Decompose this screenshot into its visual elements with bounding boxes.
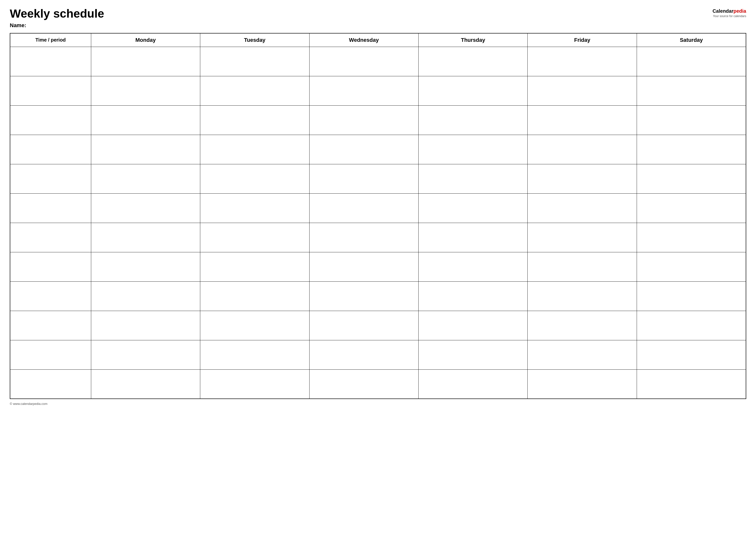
table-cell[interactable] [309, 105, 418, 135]
table-cell[interactable] [309, 281, 418, 311]
table-cell[interactable] [528, 164, 637, 193]
table-cell[interactable] [419, 164, 528, 193]
table-cell[interactable] [200, 281, 309, 311]
table-cell[interactable] [637, 281, 746, 311]
table-cell[interactable] [10, 76, 91, 105]
table-cell[interactable] [91, 105, 200, 135]
table-cell[interactable] [528, 252, 637, 281]
table-cell[interactable] [200, 252, 309, 281]
col-header-saturday: Saturday [637, 33, 746, 47]
table-cell[interactable] [309, 370, 418, 399]
table-cell[interactable] [528, 135, 637, 164]
table-cell[interactable] [419, 47, 528, 76]
table-cell[interactable] [637, 164, 746, 193]
table-cell[interactable] [528, 223, 637, 252]
table-cell[interactable] [200, 164, 309, 193]
table-cell[interactable] [309, 76, 418, 105]
table-cell[interactable] [528, 370, 637, 399]
table-cell[interactable] [309, 135, 418, 164]
table-cell[interactable] [10, 370, 91, 399]
table-cell[interactable] [10, 223, 91, 252]
table-cell[interactable] [91, 135, 200, 164]
table-cell[interactable] [419, 223, 528, 252]
table-cell[interactable] [91, 281, 200, 311]
table-cell[interactable] [419, 105, 528, 135]
table-cell[interactable] [91, 164, 200, 193]
table-cell[interactable] [200, 105, 309, 135]
table-header-row: Time / period Monday Tuesday Wednesday T… [10, 33, 746, 47]
col-header-tuesday: Tuesday [200, 33, 309, 47]
table-row [10, 193, 746, 223]
table-cell[interactable] [309, 164, 418, 193]
table-row [10, 47, 746, 76]
table-cell[interactable] [528, 340, 637, 370]
table-cell[interactable] [637, 105, 746, 135]
table-cell[interactable] [10, 135, 91, 164]
table-cell[interactable] [10, 252, 91, 281]
col-header-wednesday: Wednesday [309, 33, 418, 47]
table-cell[interactable] [637, 340, 746, 370]
table-cell[interactable] [419, 76, 528, 105]
table-cell[interactable] [91, 47, 200, 76]
table-cell[interactable] [200, 76, 309, 105]
table-cell[interactable] [10, 47, 91, 76]
logo-calendar: Calendar [712, 8, 734, 14]
table-cell[interactable] [528, 193, 637, 223]
table-cell[interactable] [309, 193, 418, 223]
table-cell[interactable] [91, 76, 200, 105]
logo: Calendarpedia [712, 8, 746, 14]
table-cell[interactable] [200, 370, 309, 399]
table-row [10, 370, 746, 399]
table-cell[interactable] [10, 164, 91, 193]
table-cell[interactable] [637, 135, 746, 164]
table-cell[interactable] [637, 47, 746, 76]
table-row [10, 76, 746, 105]
table-row [10, 252, 746, 281]
table-cell[interactable] [309, 223, 418, 252]
table-cell[interactable] [419, 135, 528, 164]
table-cell[interactable] [637, 252, 746, 281]
table-cell[interactable] [10, 105, 91, 135]
table-cell[interactable] [637, 193, 746, 223]
table-cell[interactable] [309, 311, 418, 340]
table-cell[interactable] [419, 252, 528, 281]
table-cell[interactable] [528, 105, 637, 135]
table-cell[interactable] [528, 47, 637, 76]
table-cell[interactable] [200, 135, 309, 164]
table-cell[interactable] [637, 223, 746, 252]
table-cell[interactable] [91, 252, 200, 281]
page-header: Weekly schedule Calendarpedia Your sourc… [10, 7, 746, 20]
table-cell[interactable] [419, 281, 528, 311]
table-cell[interactable] [10, 193, 91, 223]
page-title: Weekly schedule [10, 7, 104, 20]
table-cell[interactable] [419, 340, 528, 370]
table-cell[interactable] [637, 311, 746, 340]
table-row [10, 311, 746, 340]
table-cell[interactable] [309, 47, 418, 76]
name-label: Name: [10, 22, 746, 29]
table-cell[interactable] [637, 76, 746, 105]
table-cell[interactable] [91, 340, 200, 370]
table-cell[interactable] [91, 193, 200, 223]
table-cell[interactable] [10, 311, 91, 340]
table-cell[interactable] [419, 193, 528, 223]
table-cell[interactable] [91, 311, 200, 340]
table-cell[interactable] [10, 340, 91, 370]
table-cell[interactable] [91, 370, 200, 399]
table-cell[interactable] [200, 311, 309, 340]
table-cell[interactable] [637, 370, 746, 399]
table-cell[interactable] [200, 223, 309, 252]
table-cell[interactable] [200, 193, 309, 223]
table-cell[interactable] [200, 47, 309, 76]
col-header-friday: Friday [528, 33, 637, 47]
table-cell[interactable] [10, 281, 91, 311]
table-cell[interactable] [419, 370, 528, 399]
table-cell[interactable] [309, 340, 418, 370]
table-cell[interactable] [528, 76, 637, 105]
table-cell[interactable] [309, 252, 418, 281]
table-cell[interactable] [419, 311, 528, 340]
table-cell[interactable] [200, 340, 309, 370]
table-cell[interactable] [528, 311, 637, 340]
table-cell[interactable] [91, 223, 200, 252]
table-cell[interactable] [528, 281, 637, 311]
